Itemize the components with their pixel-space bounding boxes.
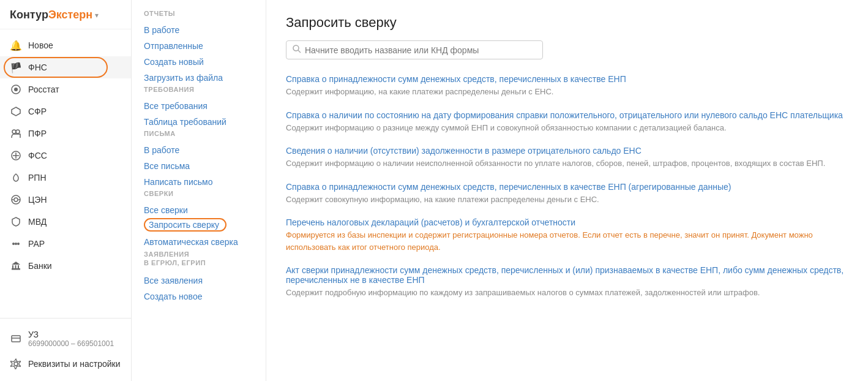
link-vse-zayavleniya[interactable]: Все заявления xyxy=(144,273,266,289)
tsen-icon xyxy=(10,194,22,206)
section-label-pisma: ПИСЬМА xyxy=(144,130,266,137)
link-vse-trebovaniya[interactable]: Все требования xyxy=(144,98,266,114)
sidebar-item-label: РАР xyxy=(28,239,45,249)
section-sverki: СВЕРКИ Все сверки Запросить сверку Автом… xyxy=(144,190,266,250)
sidebar-header: Контур Экстерн ▾ xyxy=(0,0,131,29)
svg-rect-17 xyxy=(18,265,19,268)
link-v-rabote[interactable]: В работе xyxy=(144,22,266,38)
sidebar-item-label: РПН xyxy=(28,173,47,183)
page-title: Запросить сверку xyxy=(286,15,848,31)
fss-icon xyxy=(10,149,22,162)
svg-point-1 xyxy=(14,88,18,91)
svg-point-12 xyxy=(15,243,17,245)
sidebar-item-tsen[interactable]: ЦЭН xyxy=(0,189,131,211)
svg-marker-18 xyxy=(12,262,20,265)
section-otchety: ОТЧЕТЫ В работе Отправленные Создать нов… xyxy=(144,10,266,86)
link-sozdat-novoe[interactable]: Создать новое xyxy=(144,289,266,304)
section-label-zayavleniya: ЗАЯВЛЕНИЯВ ЕГРЮЛ, ЕГРИП xyxy=(144,250,266,268)
fns-icon: 🏴 xyxy=(10,61,22,74)
sidebar-item-uz[interactable]: УЗ 6699000000 – 669501001 xyxy=(0,325,131,353)
sidebar-item-label: УЗ xyxy=(28,330,114,339)
main-content: Запросить сверку Справка о принадлежност… xyxy=(266,0,868,381)
doc-title[interactable]: Справка о принадлежности сумм денежных с… xyxy=(286,182,731,192)
doc-title[interactable]: Сведения о наличии (отсутствии) задолжен… xyxy=(286,146,642,156)
svg-point-8 xyxy=(14,198,18,202)
sidebar-item-rosstat[interactable]: Росстат xyxy=(0,78,131,100)
sidebar-item-sfr[interactable]: СФР xyxy=(0,100,131,123)
section-trebovaniya: ТРЕБОВАНИЯ Все требования Таблица требов… xyxy=(144,86,266,130)
sidebar-item-fss[interactable]: ФСС xyxy=(0,145,131,167)
document-item: Справка о принадлежности сумм денежных с… xyxy=(286,182,848,206)
sidebar-item-label: ФНС xyxy=(28,62,47,72)
sidebar-item-sublabel: 6699000000 – 669501001 xyxy=(28,339,114,348)
svg-line-23 xyxy=(298,50,301,53)
sidebar-item-rekvizity[interactable]: Реквизиты и настройки xyxy=(0,353,131,375)
sidebar-item-label: ЦЭН xyxy=(28,195,47,205)
doc-title[interactable]: Перечень налоговых деклараций (расчетов)… xyxy=(286,217,575,227)
brand-kontur: Контур xyxy=(10,9,48,21)
sidebar-item-fns[interactable]: 🏴 ФНС xyxy=(0,56,131,78)
section-zayavleniya: ЗАЯВЛЕНИЯВ ЕГРЮЛ, ЕГРИП Все заявления Со… xyxy=(144,250,266,304)
link-otpravlennye[interactable]: Отправленные xyxy=(144,38,266,54)
rosstat-icon xyxy=(10,83,22,96)
shield-icon xyxy=(10,216,22,228)
link-avtomaticheskaya-sverka[interactable]: Автоматическая сверка xyxy=(144,234,266,250)
sidebar-item-label: ФСС xyxy=(28,151,47,160)
link-napisat-pismo[interactable]: Написать письмо xyxy=(144,174,266,190)
brand-extern: Экстерн xyxy=(48,9,92,21)
svg-point-22 xyxy=(293,45,299,51)
sidebar-item-label: Реквизиты и настройки xyxy=(28,359,120,369)
svg-point-11 xyxy=(12,243,15,245)
sidebar-item-label: МВД xyxy=(28,217,47,227)
bank-icon xyxy=(10,260,22,272)
link-vse-sverki[interactable]: Все сверки xyxy=(144,202,266,218)
doc-title[interactable]: Акт сверки принадлежности сумм денежных … xyxy=(286,265,844,285)
svg-rect-16 xyxy=(15,265,17,268)
section-label-sverki: СВЕРКИ xyxy=(144,190,266,197)
section-label-otchety: ОТЧЕТЫ xyxy=(144,10,266,17)
search-box[interactable] xyxy=(286,40,543,59)
bell-icon: 🔔 xyxy=(10,39,22,51)
section-label-trebovaniya: ТРЕБОВАНИЯ xyxy=(144,86,266,93)
sidebar-bottom: УЗ 6699000000 – 669501001 Реквизиты и на… xyxy=(0,318,131,381)
doc-desc: Содержит информацию о разнице между сумм… xyxy=(286,122,837,134)
link-sozdat-noviy[interactable]: Создать новый xyxy=(144,54,266,70)
sidebar-item-mvd[interactable]: МВД xyxy=(0,211,131,233)
doc-desc: Содержит информацию, на какие платежи ра… xyxy=(286,86,837,98)
svg-rect-19 xyxy=(12,336,20,342)
sidebar-item-pfr[interactable]: ПФР xyxy=(0,123,131,145)
sidebar-nav: 🔔 Новое 🏴 ФНС Росстат СФР ПФР xyxy=(0,29,131,318)
rar-icon xyxy=(10,238,22,250)
sidebar-item-rpn[interactable]: РПН xyxy=(0,167,131,189)
sidebar-item-banki[interactable]: Банки xyxy=(0,255,131,277)
sidebar-item-rar[interactable]: РАР xyxy=(0,233,131,255)
document-item: Перечень налоговых деклараций (расчетов)… xyxy=(286,217,848,253)
svg-point-3 xyxy=(16,130,20,134)
link-pisma-v-rabote[interactable]: В работе xyxy=(144,142,266,158)
sidebar-item-label: ПФР xyxy=(28,129,47,138)
link-zaprosit-sverku[interactable]: Запросить сверку xyxy=(144,218,226,232)
link-vse-pisma[interactable]: Все письма xyxy=(144,158,266,174)
pfr-icon xyxy=(10,127,22,140)
doc-desc: Содержит совокупную информацию, на какие… xyxy=(286,194,837,206)
link-tablica-trebovaniy[interactable]: Таблица требований xyxy=(144,114,266,130)
middle-column: ОТЧЕТЫ В работе Отправленные Создать нов… xyxy=(132,0,266,381)
document-item: Справка о наличии по состоянию на дату ф… xyxy=(286,110,848,134)
doc-desc: Формируется из базы инспекции и содержит… xyxy=(286,229,837,253)
sidebar-item-label: Росстат xyxy=(28,85,59,94)
sidebar: Контур Экстерн ▾ 🔔 Новое 🏴 ФНС Росстат С… xyxy=(0,0,132,381)
link-zagruzit-iz-fayla[interactable]: Загрузить из файла xyxy=(144,70,266,86)
search-input[interactable] xyxy=(305,45,536,55)
sfr-icon xyxy=(10,105,22,118)
doc-title[interactable]: Справка о принадлежности сумм денежных с… xyxy=(286,74,626,84)
sidebar-item-novoe[interactable]: 🔔 Новое xyxy=(0,34,131,56)
search-icon xyxy=(293,45,301,55)
document-list: Справка о принадлежности сумм денежных с… xyxy=(286,74,848,299)
sidebar-item-label: Новое xyxy=(28,40,53,50)
document-item: Сведения о наличии (отсутствии) задолжен… xyxy=(286,146,848,170)
svg-point-13 xyxy=(17,243,20,245)
doc-title[interactable]: Справка о наличии по состоянию на дату ф… xyxy=(286,110,843,120)
chevron-down-icon[interactable]: ▾ xyxy=(95,11,99,20)
doc-desc: Содержит информацию о наличии неисполнен… xyxy=(286,157,837,170)
document-item: Справка о принадлежности сумм денежных с… xyxy=(286,74,848,98)
